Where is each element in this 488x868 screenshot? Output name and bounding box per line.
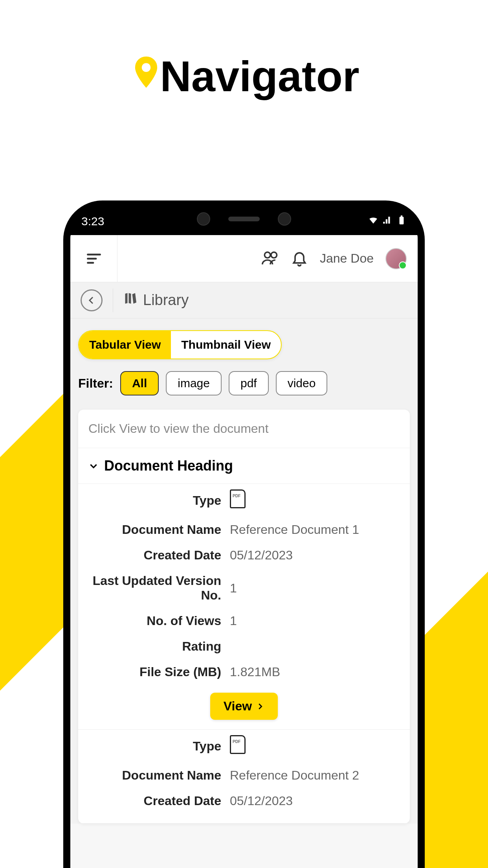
- card-heading-toggle[interactable]: Document Heading: [78, 448, 410, 484]
- breadcrumb: Library: [70, 282, 418, 318]
- filter-pdf[interactable]: pdf: [229, 371, 269, 395]
- filter-all[interactable]: All: [120, 371, 159, 395]
- svg-point-5: [264, 252, 270, 258]
- menu-button[interactable]: [70, 235, 117, 282]
- filter-video[interactable]: video: [276, 371, 328, 395]
- pdf-icon: [230, 735, 246, 754]
- doc-views: 1: [230, 614, 400, 628]
- back-button[interactable]: [81, 289, 103, 311]
- filter-label: Filter:: [78, 376, 113, 391]
- view-toggle: Tabular View Thumbnail View: [78, 330, 282, 359]
- battery-icon: [396, 215, 407, 228]
- pin-icon: [128, 53, 164, 99]
- svg-rect-3: [400, 217, 404, 224]
- svg-point-6: [271, 252, 277, 258]
- svg-rect-4: [401, 215, 402, 217]
- phone-frame: 3:23 Jane Doe: [63, 200, 425, 868]
- tab-tabular[interactable]: Tabular View: [79, 331, 171, 359]
- logo-text: Navigator: [160, 51, 359, 101]
- doc-version: 1: [230, 581, 400, 596]
- document-card: Click View to view the document Document…: [78, 410, 410, 824]
- chevron-right-icon: [256, 702, 264, 711]
- svg-point-0: [142, 63, 151, 72]
- chevron-down-icon: [88, 461, 99, 471]
- status-bar: 3:23: [70, 208, 418, 235]
- avatar[interactable]: [385, 248, 407, 269]
- doc-name: Reference Document 2: [230, 768, 400, 783]
- document-row: Type Document NameReference Document 1 C…: [78, 484, 410, 730]
- doc-created: 05/12/2023: [230, 548, 400, 563]
- doc-name: Reference Document 1: [230, 522, 400, 537]
- pdf-icon: [230, 489, 246, 508]
- doc-size: 1.821MB: [230, 665, 400, 679]
- document-row: Type Document NameReference Document 2 C…: [78, 730, 410, 824]
- wifi-icon: [368, 215, 378, 228]
- user-name[interactable]: Jane Doe: [320, 251, 374, 266]
- people-icon[interactable]: [262, 249, 279, 268]
- page-title: Library: [143, 292, 189, 309]
- doc-created: 05/12/2023: [230, 794, 400, 808]
- signal-icon: [382, 215, 393, 228]
- card-heading-text: Document Heading: [104, 458, 233, 474]
- view-button[interactable]: View: [210, 693, 278, 720]
- filter-image[interactable]: image: [166, 371, 222, 395]
- tab-thumbnail[interactable]: Thumbnail View: [171, 331, 281, 359]
- app-header: Jane Doe: [70, 235, 418, 282]
- status-time: 3:23: [81, 215, 104, 228]
- bell-icon[interactable]: [291, 249, 308, 268]
- library-icon: [123, 291, 138, 309]
- app-logo: Navigator: [0, 51, 488, 101]
- card-hint: Click View to view the document: [78, 410, 410, 448]
